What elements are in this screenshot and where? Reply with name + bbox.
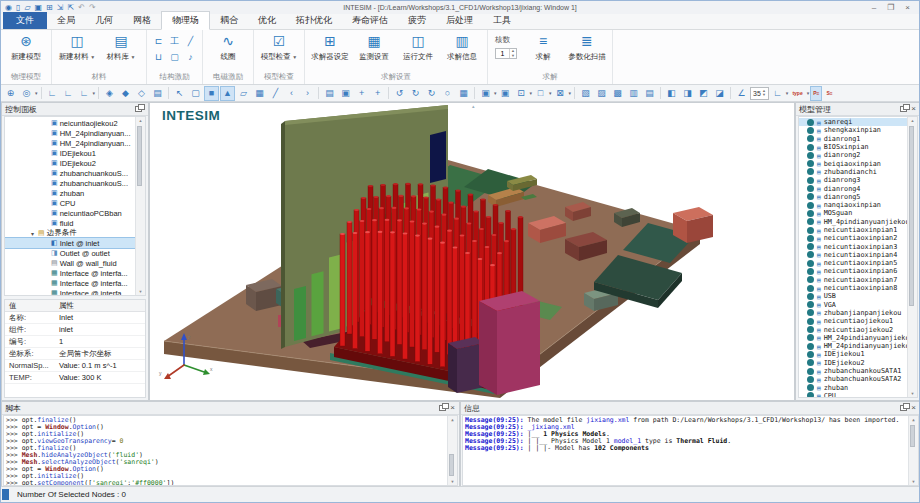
scroll-down-icon[interactable]: ▼: [139, 288, 143, 295]
scroll-thumb[interactable]: [137, 126, 142, 186]
model-tree-item[interactable]: ▤zhubanjianpanjiekou: [799, 309, 908, 317]
model-tree-item[interactable]: ▤BIOSxinpian: [799, 143, 908, 151]
scroll-up-icon[interactable]: ▲: [451, 416, 453, 423]
tab-geometry[interactable]: 几何: [85, 12, 123, 29]
zoom-window-icon[interactable]: ◎: [19, 86, 34, 101]
hidden-line-view-icon[interactable]: ◇: [134, 86, 149, 101]
close-panel-icon[interactable]: ×: [910, 404, 917, 412]
close-panel-icon[interactable]: ×: [449, 404, 456, 412]
app-logo-icon[interactable]: ◉: [5, 3, 12, 13]
property-row[interactable]: 编号:1: [5, 336, 145, 348]
tab-fatigue[interactable]: 疲劳: [398, 12, 436, 29]
tree-item[interactable]: ▣IDEjiekou1: [5, 148, 136, 158]
dropdown-caret-icon[interactable]: ▾: [807, 90, 810, 96]
component-view-1-icon[interactable]: ▧: [578, 86, 593, 101]
shaded-view-icon[interactable]: ◆: [118, 86, 133, 101]
save-icon[interactable]: ▣: [35, 3, 43, 13]
scroll-thumb[interactable]: [910, 425, 915, 447]
model-tree-item[interactable]: ▤neicuntiaoxinpian4: [799, 251, 908, 259]
spinner-arrows-icon[interactable]: ▲▼: [509, 49, 516, 58]
angle-spinner[interactable]: 35▲▼: [750, 87, 769, 100]
model-tree-item[interactable]: ▤neicuntiaojiekou1: [799, 317, 908, 325]
float-panel-icon[interactable]: [900, 106, 907, 112]
scroll-thumb[interactable]: [909, 126, 914, 306]
tree-item[interactable]: ▣zhubanchuankouS...: [5, 168, 136, 178]
view-top-icon[interactable]: ∟: [61, 86, 76, 101]
component-view-5-icon[interactable]: ▤: [642, 86, 657, 101]
rotate-right-icon[interactable]: ↻: [408, 86, 423, 101]
rotate-left-icon[interactable]: ↺: [392, 86, 407, 101]
scroll-down-icon[interactable]: ▼: [911, 390, 915, 397]
scene-3d[interactable]: z x y: [150, 103, 794, 400]
scroll-thumb[interactable]: [449, 454, 454, 476]
dropdown-caret-icon[interactable]: ▾: [530, 90, 533, 96]
select-volume-icon[interactable]: ▲: [220, 86, 235, 101]
select-mesh-icon[interactable]: ▦: [252, 86, 267, 101]
select-cross-icon[interactable]: ⊠: [553, 86, 568, 101]
parametric-sweep-button[interactable]: ≣参数化扫描: [566, 31, 608, 61]
model-tree-item[interactable]: ▤HM_24pindianyuanjiekou2: [799, 342, 908, 350]
new-material-button[interactable]: ◫新建材料 ▼: [56, 31, 98, 61]
explode-view-1-icon[interactable]: ◧: [664, 86, 679, 101]
dropdown-caret-icon[interactable]: ▾: [549, 90, 552, 96]
property-row[interactable]: TEMP:Value: 300 K: [5, 372, 145, 384]
coil-button[interactable]: ∿线圈: [207, 31, 249, 61]
select-nodes-icon[interactable]: ↖: [172, 86, 187, 101]
explode-view-4-icon[interactable]: ◪: [712, 86, 727, 101]
new-file-icon[interactable]: ▯: [16, 3, 20, 13]
select-angle-left-icon[interactable]: ‹: [284, 86, 299, 101]
run-file-button[interactable]: ◫运行文件: [397, 31, 439, 61]
tab-mesh[interactable]: 网格: [123, 12, 161, 29]
new-model-button[interactable]: ⊛新建模型: [5, 31, 47, 61]
component-view-4-icon[interactable]: ▥: [626, 86, 641, 101]
measure-angle-icon[interactable]: ∠: [734, 86, 749, 101]
tree-item[interactable]: ▾▤边界条件: [5, 228, 136, 238]
tab-physics[interactable]: 物理场: [161, 11, 210, 30]
console-scrollbar[interactable]: ▲ ▼: [447, 416, 457, 485]
tree-item[interactable]: ▤Wall @ wall_fluid: [5, 258, 136, 268]
force-load-icon[interactable]: 工: [167, 34, 182, 49]
tab-coupling[interactable]: 耦合: [210, 12, 248, 29]
redo-icon[interactable]: ↷: [89, 3, 96, 13]
model-tree-item[interactable]: ▤dianrong2: [799, 151, 908, 159]
float-panel-icon[interactable]: [135, 106, 142, 112]
tree-item[interactable]: ▣neicuntiaoPCBban: [5, 208, 136, 218]
model-tree-item[interactable]: ▤sanreqi: [799, 118, 908, 126]
model-tree-item[interactable]: ▤VGA: [799, 301, 908, 309]
float-panel-icon[interactable]: [900, 405, 907, 411]
solve-button[interactable]: ≡求解: [522, 31, 564, 61]
model-tree-item[interactable]: ▤zhubanchuankouSATA2: [799, 375, 908, 383]
tab-global[interactable]: 全局: [47, 12, 85, 29]
model-tree-item[interactable]: ▤HM_4pindianyuanjiekou: [799, 218, 908, 226]
harmonic-load-icon[interactable]: ♪: [183, 50, 198, 65]
model-tree-item[interactable]: ▤neicuntiaoxinpian2: [799, 234, 908, 242]
pressure-load-icon[interactable]: ⊏: [151, 34, 166, 49]
model-tree-item[interactable]: ▤neicuntiaoxinpian3: [799, 242, 908, 250]
tree-item[interactable]: ◨Outlet @ outlet: [5, 248, 136, 258]
select-wireframe-icon[interactable]: ▢: [188, 86, 203, 101]
tab-postprocess[interactable]: 后处理: [436, 12, 483, 29]
save-as-icon[interactable]: ⊞: [46, 3, 53, 13]
scroll-up-icon[interactable]: ▲: [139, 117, 143, 124]
core-count-input[interactable]: 1▲▼: [495, 48, 517, 59]
property-row[interactable]: 坐标系:全局笛卡尔坐标: [5, 348, 145, 360]
export-icon[interactable]: ⇱: [68, 3, 75, 13]
restore-button[interactable]: ❐: [887, 3, 894, 12]
scroll-down-icon[interactable]: ▼: [451, 478, 453, 485]
tab-tools[interactable]: 工具: [483, 12, 521, 29]
model-tree-item[interactable]: ▤nanqiaoxinpian: [799, 201, 908, 209]
origin-icon[interactable]: +: [354, 86, 369, 101]
select-angle-right-icon[interactable]: ›: [300, 86, 315, 101]
tree-item[interactable]: ▦Interface @ interfa...: [5, 278, 136, 288]
model-tree-item[interactable]: ▤USB: [799, 292, 908, 300]
model-tree-item[interactable]: ▤CPU: [799, 392, 908, 398]
type-filter-icon[interactable]: type: [789, 86, 805, 101]
log-scrollbar[interactable]: ▲ ▼: [908, 416, 918, 485]
explode-view-3-icon[interactable]: ◩: [696, 86, 711, 101]
model-tree-item[interactable]: ▤MOSguan: [799, 209, 908, 217]
property-row[interactable]: 名称:Inlet: [5, 312, 145, 324]
select-edge-icon[interactable]: ╱: [268, 86, 283, 101]
expander-icon[interactable]: ▾: [31, 230, 38, 237]
import-icon[interactable]: ⇲: [57, 3, 64, 13]
tree-scrollbar[interactable]: ▲ ▼: [135, 117, 145, 295]
